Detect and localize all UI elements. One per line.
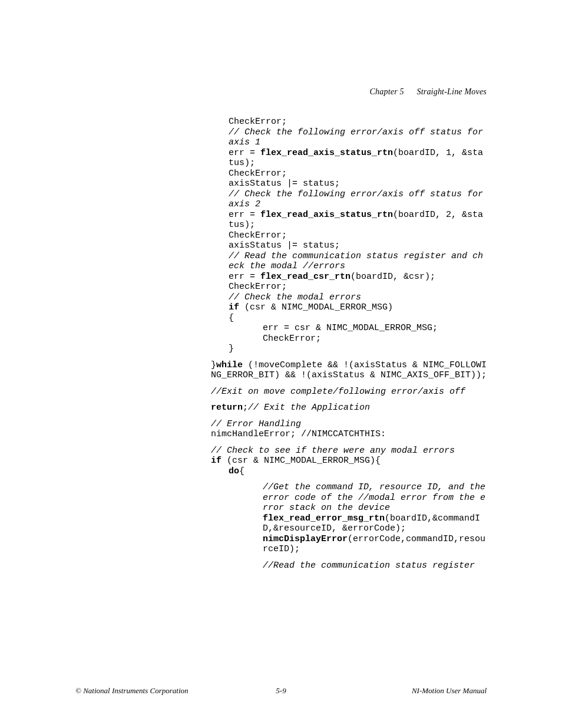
- code-line: nimcDisplayError(errorCode,commandID,res…: [211, 534, 488, 555]
- code-line: CheckError;: [211, 334, 488, 344]
- code-comment: // Exit the Application: [248, 403, 370, 413]
- code-comment: // Error Handling: [211, 419, 301, 429]
- code-line: //Exit on move complete/following error/…: [211, 387, 488, 397]
- code-line: err = flex_read_axis_status_rtn(boardID,…: [211, 210, 488, 230]
- code-text: (boardID, &csr);: [351, 272, 435, 282]
- code-line: axisStatus |= status;: [211, 241, 488, 251]
- code-text: axisStatus |= status;: [229, 241, 340, 251]
- code-line: // Error Handling: [211, 419, 488, 430]
- code-comment: // Check the modal errors: [229, 292, 361, 302]
- code-line: // Check the following error/axis off st…: [211, 189, 488, 210]
- code-comment: //Read the communication status register: [263, 561, 475, 571]
- code-keyword: if: [211, 456, 222, 466]
- code-comment: // Check the following error/axis off st…: [229, 127, 488, 148]
- code-line: return;// Exit the Application: [211, 403, 488, 413]
- code-line: axisStatus |= status;: [211, 179, 488, 189]
- code-keyword: return: [211, 403, 243, 413]
- code-line: err = flex_read_axis_status_rtn(boardID,…: [211, 148, 488, 169]
- code-function: nimcDisplayError: [263, 534, 348, 544]
- code-function: flex_read_axis_status_rtn: [260, 210, 393, 220]
- page: Chapter 5 Straight-Line Moves CheckError…: [0, 0, 562, 728]
- code-keyword: while: [216, 360, 243, 370]
- code-line: do{: [211, 466, 488, 477]
- code-text: CheckError;: [229, 169, 287, 179]
- footer-manual-title: NI-Motion User Manual: [412, 686, 487, 696]
- code-keyword: if: [229, 302, 239, 312]
- code-keyword: do: [229, 466, 239, 476]
- chapter-label: Chapter 5: [370, 87, 404, 96]
- code-comment: //Exit on move complete/following error/…: [211, 387, 465, 397]
- code-line: CheckError;: [211, 282, 488, 292]
- code-function: flex_read_error_msg_rtn: [263, 513, 385, 523]
- code-text: {: [229, 313, 234, 323]
- code-text: }: [211, 360, 216, 370]
- code-line: CheckError;: [211, 169, 488, 179]
- code-line: err = flex_read_csr_rtn(boardID, &csr);: [211, 272, 488, 282]
- code-line: }while (!moveComplete && !(axisStatus & …: [211, 360, 488, 381]
- code-comment: // Check to see if there were any modal …: [211, 446, 455, 456]
- code-line: // Check the following error/axis off st…: [211, 127, 488, 148]
- code-text: CheckError;: [229, 117, 287, 127]
- code-text: CheckError;: [229, 230, 287, 241]
- code-text: axisStatus |= status;: [229, 179, 340, 189]
- code-text: err =: [229, 210, 260, 220]
- code-line: err = csr & NIMC_MODAL_ERROR_MSG;: [211, 323, 488, 334]
- code-line: {: [211, 313, 488, 324]
- code-line: //Read the communication status register: [211, 561, 488, 571]
- code-line: CheckError;: [211, 117, 488, 127]
- code-comment: // Read the communication status registe…: [229, 251, 483, 272]
- code-line: //Get the command ID, resource ID, and t…: [211, 482, 488, 513]
- code-line: // Check the modal errors: [211, 292, 488, 303]
- code-line: flex_read_error_msg_rtn(boardID,&command…: [211, 513, 488, 534]
- code-text: {: [239, 466, 244, 476]
- code-text: CheckError;: [263, 334, 321, 344]
- code-text: err =: [229, 148, 260, 158]
- chapter-title: Straight-Line Moves: [416, 87, 487, 96]
- code-line: CheckError;: [211, 230, 488, 241]
- code-listing: CheckError;// Check the following error/…: [211, 117, 488, 571]
- code-text: (csr & NIMC_MODAL_ERROR_MSG): [239, 302, 393, 312]
- code-line: }: [211, 344, 488, 354]
- code-line: if (csr & NIMC_MODAL_ERROR_MSG): [211, 302, 488, 313]
- code-comment: // Check the following error/axis off st…: [229, 189, 488, 210]
- code-text: err = csr & NIMC_MODAL_ERROR_MSG;: [263, 323, 438, 333]
- code-comment: //Get the command ID, resource ID, and t…: [263, 482, 491, 513]
- code-text: (csr & NIMC_MODAL_ERROR_MSG){: [222, 456, 381, 466]
- code-text: ;: [243, 403, 248, 413]
- code-line: nimcHandleError; //NIMCCATCHTHIS:: [211, 429, 488, 440]
- running-header: Chapter 5 Straight-Line Moves: [370, 87, 487, 97]
- code-text: CheckError;: [229, 282, 287, 292]
- code-line: // Check to see if there were any modal …: [211, 446, 488, 456]
- code-text: (!moveComplete && !(axisStatus & NIMC_FO…: [211, 360, 487, 381]
- code-text: err =: [229, 272, 260, 282]
- code-text: nimcHandleError; //NIMCCATCHTHIS:: [211, 429, 386, 439]
- code-line: // Read the communication status registe…: [211, 251, 488, 272]
- code-function: flex_read_axis_status_rtn: [260, 148, 393, 158]
- code-text: }: [229, 344, 234, 354]
- code-line: if (csr & NIMC_MODAL_ERROR_MSG){: [211, 456, 488, 466]
- code-function: flex_read_csr_rtn: [260, 272, 351, 282]
